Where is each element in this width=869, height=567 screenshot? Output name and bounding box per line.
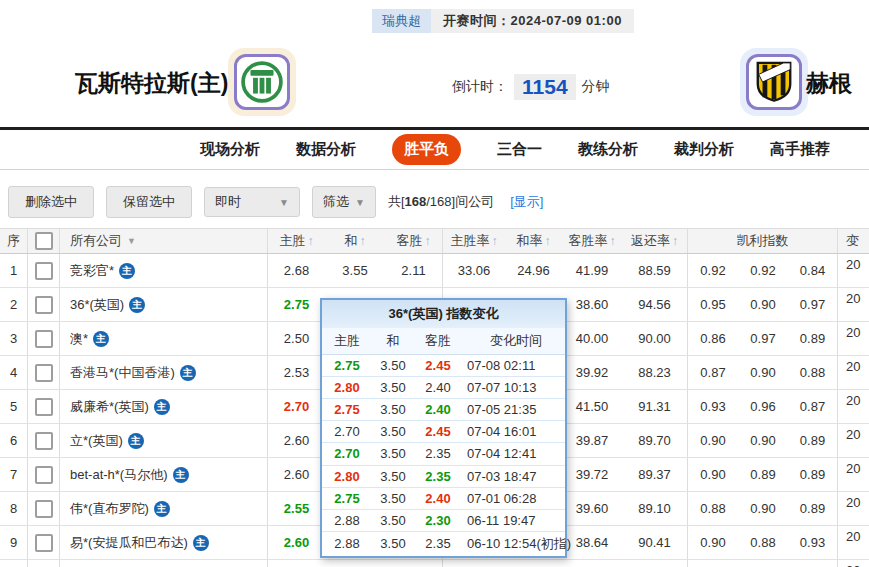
tab-live-analysis[interactable]: 现场分析 xyxy=(200,140,260,159)
header-return-rate[interactable]: 返还率↑ xyxy=(622,229,688,253)
change-cell: 20 xyxy=(838,390,869,423)
header-draw-odds[interactable]: 和↑ xyxy=(325,229,385,253)
row-checkbox-cell xyxy=(28,254,60,287)
home-badge-icon: 主 xyxy=(154,501,170,517)
kelly-cell: 0.84 xyxy=(788,254,838,287)
kelly-cell: 0.92 xyxy=(738,254,788,287)
header-home-odds[interactable]: 主胜↑ xyxy=(268,229,325,253)
select-all-checkbox[interactable] xyxy=(35,232,53,250)
odds-cell: 2.11 xyxy=(385,254,443,287)
header-away-rate[interactable]: 客胜率↑ xyxy=(562,229,622,253)
company-label: bet-at-h*(马尔他) xyxy=(70,466,168,484)
row-index: 4 xyxy=(0,356,28,389)
kelly-cell: 0.90 xyxy=(738,288,788,321)
sort-asc-icon: ↑ xyxy=(545,234,551,248)
header-home-rate[interactable]: 主胜率↑ xyxy=(443,229,505,253)
home-badge-icon: 主 xyxy=(119,263,135,279)
header-kelly-index: 凯利指数 xyxy=(688,229,838,253)
popup-row: 2.753.502.4507-08 02:11 xyxy=(322,355,565,377)
company-name[interactable]: 香港马*(中国香港)主 xyxy=(60,356,268,389)
company-name[interactable]: 立*(英国)主 xyxy=(60,424,268,457)
kelly-cell: 0.97 xyxy=(738,322,788,355)
kelly-cell: 0.87 xyxy=(688,356,738,389)
kelly-cell: 0.90 xyxy=(738,356,788,389)
kelly-cell: 0.89 xyxy=(738,458,788,491)
popup-odds-cell: 2.70 xyxy=(322,424,372,439)
tab-coach-analysis[interactable]: 教练分析 xyxy=(578,140,638,159)
tab-referee-analysis[interactable]: 裁判分析 xyxy=(674,140,734,159)
odds-cell: 2.60 xyxy=(268,424,325,457)
odds-cell: 3.55 xyxy=(325,560,385,567)
company-label: 36*(英国) xyxy=(70,296,124,314)
row-checkbox[interactable] xyxy=(35,364,53,382)
sort-asc-icon: ↑ xyxy=(425,234,431,248)
filter-select[interactable]: 筛选 ▼ xyxy=(312,186,376,218)
company-name[interactable]: Interwet*(塞浦路斯)主 xyxy=(60,560,268,567)
company-name[interactable]: 36*(英国)主 xyxy=(60,288,268,321)
tab-expert-picks[interactable]: 高手推荐 xyxy=(770,140,830,159)
row-checkbox[interactable] xyxy=(35,534,53,552)
kelly-cell: 0.95 xyxy=(688,560,738,567)
odds-cell: 3.55 xyxy=(325,254,385,287)
row-index: 2 xyxy=(0,288,28,321)
row-index: 6 xyxy=(0,424,28,457)
popup-odds-cell: 2.40 xyxy=(414,491,462,506)
popup-odds-cell: 3.50 xyxy=(372,358,414,373)
row-checkbox[interactable] xyxy=(35,296,53,314)
popup-row: 2.703.502.4507-04 16:01 xyxy=(322,421,565,443)
odds-cell: 2.53 xyxy=(268,356,325,389)
row-checkbox[interactable] xyxy=(35,432,53,450)
popup-time-cell: 07-07 10:13 xyxy=(462,380,565,395)
league-badge[interactable]: 瑞典超 xyxy=(372,9,431,33)
company-label: 伟*(直布罗陀) xyxy=(70,500,149,518)
company-name[interactable]: bet-at-h*(马尔他)主 xyxy=(60,458,268,491)
tab-data-analysis[interactable]: 数据分析 xyxy=(296,140,356,159)
home-badge-icon: 主 xyxy=(180,365,196,381)
header-draw-rate[interactable]: 和率↑ xyxy=(505,229,562,253)
popup-row: 2.753.502.4007-05 21:35 xyxy=(322,399,565,421)
home-badge-icon: 主 xyxy=(154,399,170,415)
home-badge-icon: 主 xyxy=(128,433,144,449)
rate-cell: 41.99 xyxy=(562,254,622,287)
company-name[interactable]: 澳*主 xyxy=(60,322,268,355)
sort-asc-icon: ↑ xyxy=(672,234,678,248)
popup-row: 2.753.502.4007-01 06:28 xyxy=(322,488,565,510)
popup-odds-cell: 2.80 xyxy=(322,380,372,395)
home-team-name: 瓦斯特拉斯(主) xyxy=(75,68,228,99)
row-checkbox[interactable] xyxy=(35,262,53,280)
row-checkbox[interactable] xyxy=(35,398,53,416)
keep-selected-button[interactable]: 保留选中 xyxy=(106,186,192,218)
popup-odds-cell: 2.70 xyxy=(322,446,372,461)
show-link[interactable]: [显示] xyxy=(510,193,543,211)
row-checkbox[interactable] xyxy=(35,500,53,518)
company-name[interactable]: 竞彩官*主 xyxy=(60,254,268,287)
popup-time-cell: 07-05 21:35 xyxy=(462,402,565,417)
kelly-cell: 0.87 xyxy=(788,390,838,423)
company-label: 易*(安提瓜和巴布达) xyxy=(70,534,188,552)
odds-time-select[interactable]: 即时 ▼ xyxy=(204,187,300,217)
tab-three-in-one[interactable]: 三合一 xyxy=(497,140,542,159)
row-checkbox[interactable] xyxy=(35,330,53,348)
change-cell: 20 xyxy=(838,492,869,525)
popup-header: 主胜 和 客胜 变化时间 xyxy=(322,328,565,355)
rate-cell: 91.31 xyxy=(622,390,688,423)
row-checkbox[interactable] xyxy=(35,466,53,484)
company-name[interactable]: 易*(安提瓜和巴布达)主 xyxy=(60,526,268,559)
home-badge-icon: 主 xyxy=(193,535,209,551)
popup-odds-cell: 3.50 xyxy=(372,491,414,506)
popup-odds-cell: 3.50 xyxy=(372,380,414,395)
countdown-value: 1154 xyxy=(514,74,576,100)
header-away-odds[interactable]: 客胜↑ xyxy=(385,229,443,253)
kelly-cell: 0.96 xyxy=(738,390,788,423)
company-name[interactable]: 威廉希*(英国)主 xyxy=(60,390,268,423)
company-label: 竞彩官* xyxy=(70,262,114,280)
kickoff-time: 开赛时间：2024-07-09 01:00 xyxy=(431,9,634,33)
company-name[interactable]: 伟*(直布罗陀)主 xyxy=(60,492,268,525)
sort-asc-icon: ↑ xyxy=(308,234,314,248)
kelly-cell: 0.90 xyxy=(738,492,788,525)
tab-win-draw-lose[interactable]: 胜平负 xyxy=(392,134,461,165)
rate-cell: 89.37 xyxy=(622,458,688,491)
delete-selected-button[interactable]: 删除选中 xyxy=(8,186,94,218)
rate-cell: 41.50 xyxy=(562,390,622,423)
header-company[interactable]: 所有公司▼ xyxy=(60,229,268,253)
